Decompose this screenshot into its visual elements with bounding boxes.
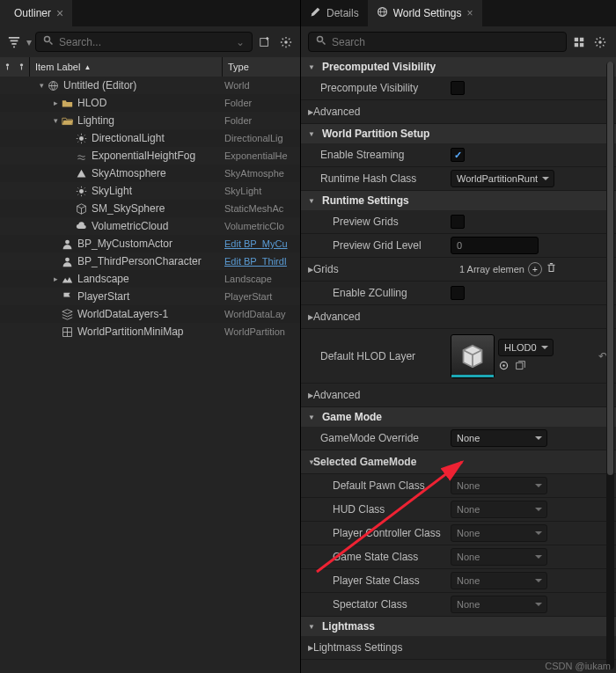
tree-row[interactable]: ▸LandscapeLandscape <box>0 270 300 288</box>
settings-search[interactable] <box>308 32 567 52</box>
prop-advanced[interactable]: ▶ Advanced <box>301 100 616 124</box>
tree-row[interactable]: BP_MyCustomActorEdit BP_MyCu <box>0 235 300 252</box>
category-label: Lightmass <box>322 620 375 633</box>
combo-spectator[interactable]: None <box>451 596 547 613</box>
expand-icon[interactable]: ▾ <box>37 81 46 90</box>
prop-advanced[interactable]: ▶ Advanced <box>301 305 616 329</box>
expand-icon[interactable]: ▸ <box>51 99 60 107</box>
expand-icon[interactable]: ▾ <box>51 116 60 125</box>
tree-item-type: PlayerStart <box>224 291 300 302</box>
world-settings-tab[interactable]: World Settings × <box>368 0 482 26</box>
prop-lightmass-settings[interactable]: ▶ Lightmass Settings <box>301 636 616 660</box>
tree-row[interactable]: ▾Untitled (Editor)World <box>0 77 300 94</box>
column-item-label[interactable]: Item Label ▲ <box>30 57 223 77</box>
category-game-mode[interactable]: ▼Game Mode <box>301 407 616 427</box>
tree-item-label: WorldPartitionMiniMap <box>77 326 224 338</box>
category-lightmass[interactable]: ▼Lightmass <box>301 617 616 636</box>
scrollbar[interactable] <box>606 62 614 669</box>
tree-item-type: SkyLight <box>224 186 300 196</box>
add-element-button[interactable]: + <box>528 262 542 276</box>
close-icon[interactable]: × <box>467 7 473 19</box>
prop-advanced[interactable]: ▶ Advanced <box>301 384 616 407</box>
actor-icon <box>60 254 74 268</box>
tree-row[interactable]: VolumetricCloudVolumetricClo <box>0 217 300 235</box>
tree-row[interactable]: SM_SkySphereStaticMeshAc <box>0 200 300 217</box>
combo-hud[interactable]: None <box>451 501 547 518</box>
settings-scroll[interactable]: ▼Precomputed Visibility Precompute Visib… <box>301 57 616 673</box>
tree-item-type: WorldPartition <box>224 326 300 337</box>
tree-item-type[interactable]: Edit BP_ThirdI <box>224 256 300 267</box>
outliner-tree[interactable]: ▾Untitled (Editor)World▸HLODFolder▾Light… <box>0 77 300 673</box>
chevron-down-icon[interactable]: ⌄ <box>236 36 245 48</box>
combo-runtime-hash[interactable]: WorldPartitionRunt <box>451 170 554 187</box>
expand-icon[interactable]: ▶ <box>301 266 310 274</box>
outliner-search[interactable]: ⌄ <box>35 32 253 52</box>
tree-row[interactable]: ExponentialHeightFogExponentialHe <box>0 147 300 165</box>
expand-icon: ▼ <box>308 413 317 421</box>
tree-row[interactable]: ▸HLODFolder <box>0 94 300 112</box>
tree-row[interactable]: WorldDataLayers-1WorldDataLay <box>0 305 300 323</box>
combo-gamemode-override[interactable]: None <box>451 429 547 447</box>
category-precomputed-visibility[interactable]: ▼Precomputed Visibility <box>301 57 616 77</box>
asset-thumbnail[interactable] <box>451 334 495 378</box>
category-label: Precomputed Visibility <box>322 61 436 73</box>
svg-point-29 <box>598 40 602 44</box>
svg-point-31 <box>502 364 504 366</box>
browse-icon[interactable] <box>498 360 510 374</box>
checkbox[interactable] <box>451 148 465 162</box>
filter-button[interactable] <box>5 33 23 51</box>
pencil-icon <box>310 6 321 20</box>
checkbox[interactable] <box>451 81 465 95</box>
checkbox[interactable] <box>451 215 465 229</box>
pin-icon[interactable] <box>4 62 11 72</box>
tree-row[interactable]: PlayerStartPlayerStart <box>0 288 300 305</box>
cloud-icon <box>74 219 88 233</box>
pin-icon[interactable] <box>18 62 26 72</box>
settings-button[interactable] <box>591 33 609 51</box>
tree-row[interactable]: SkyAtmosphereSkyAtmosphe <box>0 165 300 182</box>
tree-row[interactable]: WorldPartitionMiniMapWorldPartition <box>0 323 300 340</box>
outliner-tab[interactable]: Outliner × <box>0 0 72 26</box>
right-tabbar: Details World Settings × <box>301 0 616 26</box>
combo-hlod[interactable]: HLOD0 <box>498 339 554 356</box>
category-label: Runtime Settings <box>322 194 409 207</box>
tree-item-type: StaticMeshAc <box>224 203 300 214</box>
tree-item-type: DirectionalLig <box>224 133 300 143</box>
tree-row[interactable]: ▾LightingFolder <box>0 112 300 129</box>
subcategory-selected-gamemode[interactable]: ▼ Selected GameMode <box>301 450 616 474</box>
prop-hud-class: HUD Class None <box>301 498 616 522</box>
use-selected-icon[interactable] <box>515 360 526 374</box>
column-type-text: Type <box>228 62 249 72</box>
tree-item-type: Folder <box>224 98 300 108</box>
folder-o-icon <box>60 113 74 128</box>
combo-player-state[interactable]: None <box>451 572 547 589</box>
scrollbar-thumb[interactable] <box>607 62 613 475</box>
grid-view-button[interactable] <box>570 33 588 51</box>
subcategory-label: Selected GameMode <box>310 456 459 468</box>
combo-game-state[interactable]: None <box>451 548 547 566</box>
category-world-partition-setup[interactable]: ▼World Partition Setup <box>301 124 616 143</box>
expand-icon: ▶ <box>301 644 310 652</box>
checkbox[interactable] <box>451 286 465 300</box>
close-icon[interactable]: × <box>56 6 63 20</box>
number-input[interactable]: 0 <box>451 237 539 254</box>
category-runtime-settings[interactable]: ▼Runtime Settings <box>301 191 616 210</box>
column-type[interactable]: Type <box>223 57 300 77</box>
combo-default-pawn[interactable]: None <box>451 477 547 494</box>
details-tab[interactable]: Details <box>301 0 368 26</box>
tree-item-type[interactable]: Edit BP_MyCu <box>224 238 300 249</box>
land-icon <box>60 272 74 286</box>
add-button[interactable] <box>256 33 274 51</box>
tree-row[interactable]: DirectionalLightDirectionalLig <box>0 129 300 147</box>
tree-row[interactable]: SkyLightSkyLight <box>0 182 300 200</box>
settings-button[interactable] <box>277 33 295 51</box>
trash-icon[interactable] <box>546 262 557 276</box>
search-icon <box>43 35 54 48</box>
prop-preview-grid-level: Preview Grid Level 0 <box>301 234 616 258</box>
outliner-search-input[interactable] <box>59 36 231 48</box>
tree-item-label: DirectionalLight <box>92 132 224 144</box>
tree-row[interactable]: BP_ThirdPersonCharacterEdit BP_ThirdI <box>0 252 300 270</box>
expand-icon[interactable]: ▸ <box>51 274 60 283</box>
combo-player-controller[interactable]: None <box>451 524 547 542</box>
settings-search-input[interactable] <box>332 36 559 48</box>
